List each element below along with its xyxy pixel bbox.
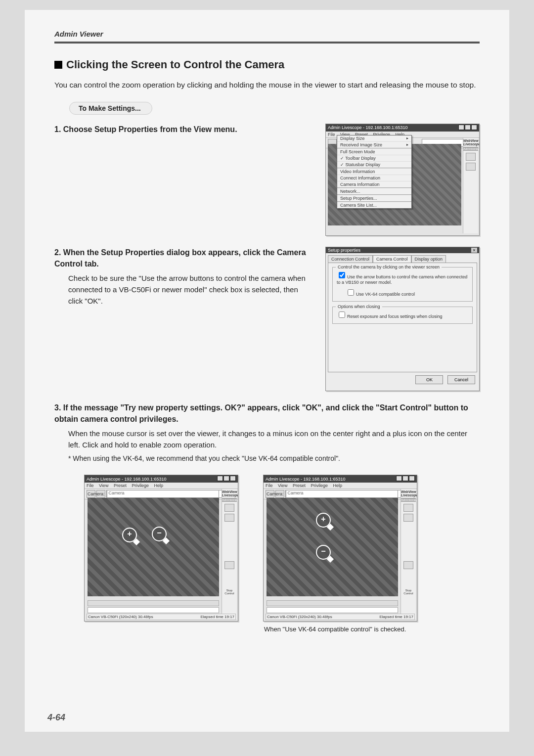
close-icon[interactable]: × [471,248,477,253]
admin-badge: Administrator [401,498,416,502]
menu-toolbar-display[interactable]: ✓ Toolbar Display [337,155,411,161]
camera-select[interactable]: Camera [107,490,219,498]
step3-text: If the message "Try new property setting… [54,403,468,423]
screenshot-view-menu: Admin Livescope - 192.168.100.1:65310 Fi… [325,124,480,236]
step1-title: 1. Choose Setup Properties from the View… [54,124,314,135]
dialog-title: Setup properties [328,248,360,253]
group-closing-options: Options when closing Reset exposure and … [332,307,473,324]
status-right: Elapsed time 19:17 [201,615,235,619]
menu-view[interactable]: View [99,483,108,488]
tab-connection-control[interactable]: Connection Control [328,255,373,263]
step1-text: Choose Setup Properties from the View me… [63,125,237,133]
menu-preset[interactable]: Preset [114,483,127,488]
bottom-caption: When "Use VK-64 compatible control" is c… [263,625,417,633]
cancel-button[interactable]: Cancel [447,375,475,384]
webview-logo: WebView Livescope [463,138,478,147]
win-title: Admin Livescope - 192.168.100.1:65310 [266,477,346,482]
video-area[interactable]: + − [267,498,398,596]
checkbox-arrow-buttons[interactable]: Use the arrow buttons to control the cam… [337,270,468,285]
menubar[interactable]: File View Preset Privilege Help [264,483,417,489]
section-heading-text: Clicking the Screen to Control the Camer… [66,58,284,71]
step1-num: 1. [54,125,61,133]
status-left: Canon VB-C50Fi (320x240) 30.48fps [88,615,153,619]
section-heading: Clicking the Screen to Control the Camer… [54,58,480,71]
win-title: Admin Livescope - 192.168.100.1:65310 [87,477,167,482]
menu-help[interactable]: Help [154,483,163,488]
bottom-combo[interactable] [267,607,398,613]
window-buttons[interactable] [217,476,236,482]
group-click-control: Control the camera by clicking on the vi… [332,267,473,302]
checkbox-reset-on-close[interactable]: Reset exposure and focus settings when c… [337,310,468,319]
checkbox-input[interactable] [339,311,345,318]
side-panel: WebView Livescope Administrator Stop Con… [222,489,237,619]
camera-select[interactable]: Camera [286,490,398,498]
menubar[interactable]: File View Preset Privilege Help [85,483,238,489]
side-panel: WebView Livescope Administrator Stop Con… [400,489,416,619]
side-button[interactable] [224,561,234,569]
horizontal-slider[interactable] [267,600,398,606]
tab-camera-control[interactable]: Camera Control [373,255,411,263]
bottom-combo[interactable] [88,607,219,613]
webview-logo: WebView Livescope [401,489,416,498]
step3-title: 3. If the message "Try new property sett… [54,402,480,425]
menu-statusbar-display[interactable]: ✓ Statusbar Display [337,161,411,168]
menu-file[interactable]: File [328,132,335,137]
dialog-tabs: Connection Control Camera Control Displa… [328,255,477,263]
ok-button[interactable]: OK [415,375,443,384]
menu-file[interactable]: File [266,483,273,488]
side-button[interactable] [224,514,234,522]
page-header: Admin Viewer [54,30,103,38]
to-make-settings-pill: To Make Settings... [69,102,152,115]
step2-text: When the Setup Properties dialog box app… [54,248,306,268]
checkbox-input[interactable] [339,272,345,278]
window-buttons[interactable] [396,476,415,482]
section-intro: You can control the zoom operation by cl… [54,79,480,91]
video-area[interactable]: + − [88,498,219,596]
side-button[interactable] [466,153,476,161]
side-button[interactable] [403,514,413,522]
menu-network[interactable]: Network... [337,188,411,194]
tab-page: Control the camera by clicking on the vi… [328,263,477,372]
win-title: Admin Livescope - 192.168.100.1:65310 [328,125,408,130]
admin-badge: Administrator [222,498,237,502]
side-button[interactable] [466,163,476,171]
menu-setup-properties[interactable]: Setup Properties... [337,195,411,201]
bullet-square-icon [54,61,62,69]
step2-num: 2. [54,248,61,257]
side-button[interactable] [224,504,234,512]
step3-num: 3. [54,403,61,412]
side-button[interactable] [403,504,413,512]
menu-privilege[interactable]: Privilege [311,483,328,488]
menu-camera-site-list[interactable]: Camera Site List... [337,202,411,208]
menu-camera-info[interactable]: Camera Information [337,181,411,187]
screenshot-viewer-left: Admin Livescope - 192.168.100.1:65310 Fi… [84,475,238,622]
screenshot-setup-properties: Setup properties × Connection Control Ca… [325,247,480,391]
menu-view[interactable]: View [278,483,287,488]
stop-control-label[interactable]: Stop Control [401,589,416,595]
view-dropdown-menu[interactable]: Display Size Received Image Size Full Sc… [337,135,412,209]
webview-logo: WebView Livescope [222,489,237,498]
menu-preset[interactable]: Preset [293,483,306,488]
menu-help[interactable]: Help [333,483,342,488]
group2-title: Options when closing [336,304,382,309]
page-number: 4-64 [47,712,65,723]
tab-display-option[interactable]: Display option [411,255,446,263]
horizontal-slider[interactable] [88,600,219,606]
menu-video-info[interactable]: Video Information [337,168,411,175]
screenshot-viewer-right: Admin Livescope - 192.168.100.1:65310 Fi… [263,475,417,622]
status-right: Elapsed time 19:17 [380,615,414,619]
stop-control-label[interactable]: Stop Control [222,589,237,595]
menu-display-size[interactable]: Display Size [337,135,411,141]
side-button[interactable] [403,561,413,569]
menu-connect-info[interactable]: Connect Information [337,175,411,181]
step3-body: When the mouse cursor is set over the vi… [68,428,480,451]
menu-file[interactable]: File [87,483,94,488]
menu-received-size[interactable]: Received Image Size [337,141,411,148]
admin-badge: Administrator [463,147,478,151]
checkbox-input[interactable] [348,289,354,296]
menu-fullscreen[interactable]: Full Screen Mode [337,148,411,155]
menu-privilege[interactable]: Privilege [132,483,149,488]
step2-body: Check to be sure the "Use the arrow butt… [68,272,314,307]
window-buttons[interactable] [458,125,477,131]
checkbox-vk64[interactable]: Use VK-64 compatible control [346,288,468,297]
